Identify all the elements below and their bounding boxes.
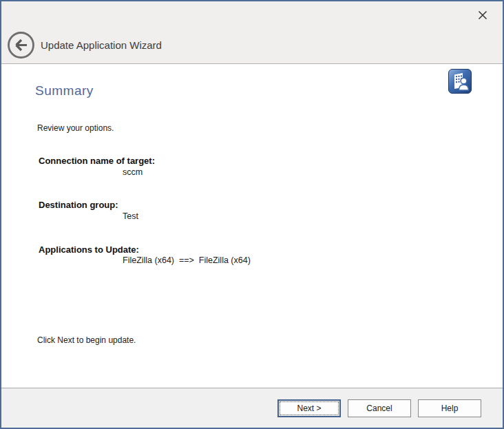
- close-button[interactable]: [474, 6, 492, 24]
- applications-to-update-value: FileZilla (x64) ==> FileZilla (x64): [123, 255, 251, 265]
- help-button[interactable]: Help: [418, 399, 481, 417]
- application-update-icon: [448, 69, 472, 94]
- button-bar: Next > Cancel Help: [1, 388, 503, 428]
- next-instruction-text: Click Next to begin update.: [37, 335, 136, 345]
- cancel-button[interactable]: Cancel: [348, 399, 411, 417]
- destination-group-value: Test: [123, 211, 138, 221]
- applications-to-update-label: Applications to Update:: [39, 244, 139, 255]
- close-icon: [477, 10, 488, 21]
- summary-page: Summary Review your options. Connection …: [1, 64, 503, 388]
- next-button[interactable]: Next >: [277, 399, 341, 417]
- destination-group-label: Destination group:: [39, 200, 118, 210]
- back-button[interactable]: [7, 31, 35, 59]
- update-application-wizard-window: Update Application Wizard Summary R: [0, 0, 504, 429]
- connection-name-value: sccm: [123, 167, 143, 177]
- back-arrow-icon: [7, 31, 35, 59]
- intro-text: Review your options.: [37, 123, 114, 133]
- connection-name-label: Connection name of target:: [39, 156, 155, 166]
- wizard-title: Update Application Wizard: [41, 39, 162, 51]
- page-title: Summary: [35, 83, 94, 98]
- wizard-header: Update Application Wizard: [1, 1, 503, 64]
